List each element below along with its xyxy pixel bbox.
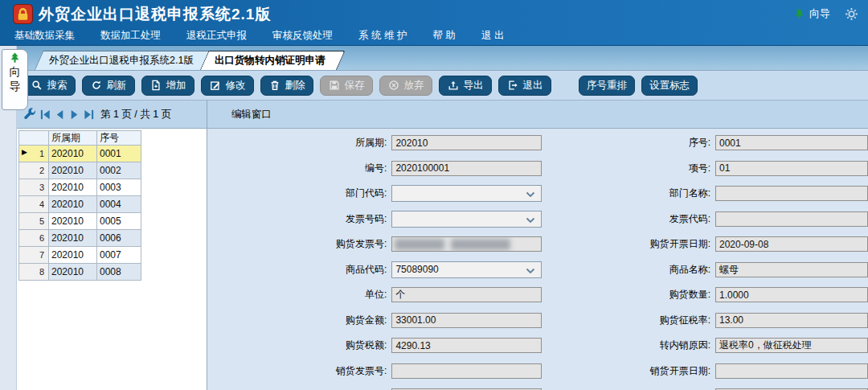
- titlebar: 外贸企业出口退税申报系统2.1版 基础数据采集数据加工处理退税正式申报审核反馈处…: [0, 0, 868, 46]
- menu-item-1[interactable]: 基础数据采集: [14, 29, 75, 43]
- period-input[interactable]: 202010: [391, 135, 542, 150]
- commodity-name-input[interactable]: 螺母: [715, 262, 868, 277]
- tab-main-system[interactable]: 外贸企业出口退税申报系统2.1版: [35, 51, 205, 70]
- wizard-toggle[interactable]: 向导: [793, 6, 830, 21]
- search-button[interactable]: 搜索: [23, 76, 76, 96]
- purchase-invoice-date-value: 2020-09-08: [719, 239, 768, 250]
- doc-no-input[interactable]: 2020100001: [391, 161, 542, 176]
- exit-button[interactable]: 退出: [498, 76, 551, 96]
- row-number-cell: 3: [19, 179, 49, 196]
- tab-export-to-domestic-sale[interactable]: 出口货物转内销证明申请: [200, 51, 337, 70]
- row-number-cell: 4: [19, 196, 49, 213]
- first-page-button[interactable]: [39, 109, 51, 121]
- dept-code-select[interactable]: [391, 185, 542, 202]
- invoice-code-input[interactable]: [715, 211, 868, 227]
- export-button[interactable]: 导出: [439, 76, 492, 96]
- trash-icon: [269, 80, 280, 91]
- set-flag-button[interactable]: 设置标志: [641, 76, 698, 96]
- list-row[interactable]: ▶12020100001: [19, 146, 141, 162]
- delete-button[interactable]: 删除: [260, 76, 313, 96]
- purchase-invoice-no-input[interactable]: [391, 236, 542, 252]
- cell-period: 202010: [49, 247, 97, 264]
- dept-name-input[interactable]: [715, 186, 868, 201]
- discard-button[interactable]: 放弃: [379, 76, 432, 96]
- list-row[interactable]: 62020100006: [19, 230, 141, 247]
- modify-button[interactable]: 修改: [201, 76, 254, 96]
- button-label: 搜索: [47, 79, 68, 92]
- purchase-amount-value: 33001.00: [395, 314, 436, 326]
- purchase-invoice-date-input[interactable]: 2020-09-08: [715, 236, 868, 252]
- cell-seq: 0005: [97, 213, 141, 230]
- reorder-seq-button[interactable]: 序号重排: [579, 76, 635, 96]
- field-label-purchase-invoice-no: 购货发票号:: [208, 237, 391, 251]
- button-label: 刷新: [107, 79, 127, 92]
- redacted-value-blur: [395, 239, 510, 250]
- cell-period: 202010: [49, 264, 97, 281]
- cell-seq: 0004: [97, 196, 141, 213]
- purchase-qty-value: 1.0000: [719, 289, 749, 301]
- item-no-input[interactable]: 01: [715, 161, 868, 176]
- list-row[interactable]: 32020100003: [19, 179, 141, 196]
- button-label: 删除: [285, 79, 305, 92]
- wizard-toggle-label: 向导: [809, 6, 830, 21]
- field-label-dept-code: 部门代码:: [208, 187, 391, 200]
- list-row[interactable]: 52020100005: [19, 213, 141, 230]
- cell-seq: 0006: [97, 230, 141, 247]
- last-page-button[interactable]: [83, 109, 95, 121]
- list-row[interactable]: 42020100004: [19, 196, 141, 213]
- pager-row: 第 1 页 / 共 1 页 编辑窗口: [17, 101, 868, 129]
- edit-form-panel: 所属期:202010序号:0001编号:2020100001项号:01部门代码:…: [208, 129, 868, 390]
- field-label-commodity-name: 商品名称:: [542, 263, 715, 277]
- button-label: 增加: [166, 79, 186, 92]
- column-header-seq: 序号: [97, 131, 141, 146]
- list-row[interactable]: 22020100002: [19, 162, 141, 179]
- save-button[interactable]: 保存: [320, 76, 373, 96]
- seq-no-input[interactable]: 0001: [715, 135, 868, 150]
- next-page-button[interactable]: [68, 109, 80, 121]
- unit-input[interactable]: 个: [391, 287, 542, 302]
- exit-icon: [507, 80, 518, 91]
- purchase-amount-input[interactable]: 33001.00: [391, 313, 542, 328]
- refresh-icon: [91, 80, 102, 91]
- commodity-code-select[interactable]: 75089090: [391, 261, 542, 278]
- sales-invoice-date-input[interactable]: [715, 363, 868, 379]
- purchase-tax-input[interactable]: 4290.13: [391, 338, 542, 353]
- export-icon: [448, 80, 459, 91]
- field-label-domestic-sale-reason: 转内销原因:: [542, 339, 715, 352]
- menu-item-3[interactable]: 退税正式申报: [186, 29, 247, 43]
- field-label-seq-no: 序号:: [542, 136, 715, 150]
- list-row[interactable]: 72020100007: [19, 247, 141, 264]
- purchase-tax-value: 4290.13: [395, 340, 430, 351]
- list-row[interactable]: 82020100008: [19, 264, 141, 281]
- wizard-side-tab[interactable]: 向 导: [2, 49, 28, 110]
- field-label-unit: 单位:: [208, 288, 391, 302]
- menu-item-2[interactable]: 数据加工处理: [100, 29, 161, 43]
- cell-seq: 0002: [97, 162, 141, 179]
- sales-invoice-no-input[interactable]: [391, 363, 542, 379]
- wrench-icon[interactable]: [23, 108, 37, 121]
- discard-icon: [388, 80, 399, 91]
- cell-seq: 0007: [97, 247, 141, 264]
- invoice-no-select[interactable]: [391, 211, 542, 228]
- purchase-qty-input[interactable]: 1.0000: [715, 287, 868, 302]
- cell-seq: 0003: [97, 179, 141, 196]
- settings-gear-icon[interactable]: [845, 7, 858, 21]
- purchase-tax-rate-input[interactable]: 13.00: [715, 313, 868, 328]
- menu-item-6[interactable]: 帮 助: [432, 29, 455, 43]
- menu-item-4[interactable]: 审核反馈处理: [272, 29, 333, 43]
- add-button[interactable]: 增加: [141, 76, 194, 96]
- domestic-sale-reason-input[interactable]: 退税率0，做征税处理: [715, 338, 868, 353]
- field-label-purchase-qty: 购货数量:: [542, 288, 715, 302]
- refresh-button[interactable]: 刷新: [82, 76, 135, 96]
- item-no-value: 01: [719, 162, 730, 174]
- prev-page-button[interactable]: [54, 109, 66, 121]
- cell-period: 202010: [49, 179, 97, 196]
- menu-item-5[interactable]: 系 统 维 护: [358, 29, 407, 43]
- field-label-invoice-no: 发票号码:: [208, 212, 391, 226]
- row-number-cell: 2: [19, 162, 49, 179]
- field-label-doc-no: 编号:: [208, 162, 391, 175]
- record-list-panel: 所属期 序号 ▶12020100001220201000023202010000…: [17, 129, 207, 390]
- menu-item-7[interactable]: 退 出: [481, 29, 504, 43]
- cell-seq: 0008: [97, 264, 141, 281]
- chevron-down-icon: [526, 190, 535, 197]
